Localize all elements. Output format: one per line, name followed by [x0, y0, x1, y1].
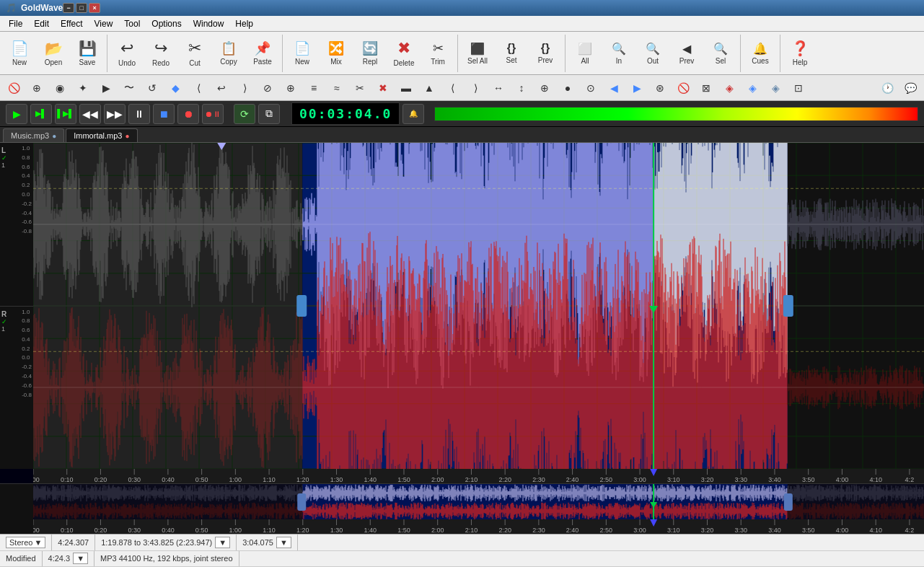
tb2-btn28[interactable]: ▶: [626, 78, 648, 98]
maximize-button[interactable]: □: [76, 3, 87, 13]
redo-button[interactable]: ↪ Redo: [144, 35, 177, 72]
menu-effect[interactable]: Effect: [55, 17, 88, 30]
tb2-btn12[interactable]: ⊘: [257, 78, 278, 98]
save-button[interactable]: 💾 Save: [71, 35, 104, 72]
tb2-btn9[interactable]: ⟨: [188, 78, 209, 98]
minimize-button[interactable]: −: [63, 3, 74, 13]
tb2-btn23[interactable]: ↕: [511, 78, 532, 98]
new-button[interactable]: 📄 New: [3, 35, 36, 72]
tb2-btn10[interactable]: ↩: [211, 78, 232, 98]
tb2-btn31[interactable]: ⊠: [695, 78, 717, 98]
tb2-btn35[interactable]: ⊡: [788, 78, 809, 98]
set-button[interactable]: {} Set: [495, 35, 528, 72]
y-axis-L: 1.00.80.60.40.20.0-0.2-0.4-0.6-0.8: [22, 144, 32, 237]
record-button[interactable]: ⏺: [177, 104, 199, 124]
tb2-btn21[interactable]: ⟩: [465, 78, 486, 98]
tb2-btn17[interactable]: ✖: [372, 78, 394, 98]
copy-button[interactable]: 📋 Copy: [212, 35, 245, 72]
menu-file[interactable]: File: [3, 17, 28, 30]
tb2-btn19[interactable]: ▲: [418, 78, 440, 98]
forward-button[interactable]: ▶▶: [104, 104, 126, 124]
status-duration-cell: 4:24.307: [52, 535, 95, 550]
playhead-dropdown[interactable]: ▼: [276, 537, 291, 548]
tb2-btn5[interactable]: ▶: [95, 78, 117, 98]
sel2-button[interactable]: 🔍 Sel: [704, 35, 737, 72]
tb2-btn14[interactable]: ≡: [303, 78, 325, 98]
selall-button[interactable]: ⬛ Sel All: [461, 35, 494, 72]
help-button[interactable]: ❓ Help: [783, 35, 817, 72]
repl-button[interactable]: 🔄 Repl: [353, 35, 387, 72]
tb2-btn25[interactable]: ●: [557, 78, 578, 98]
tb2-btn8[interactable]: ◆: [164, 78, 186, 98]
close-button[interactable]: ×: [89, 3, 100, 13]
tb2-stop-btn[interactable]: 🚫: [3, 78, 25, 98]
tab-immortal-close[interactable]: ●: [125, 132, 129, 140]
tb2-btn32[interactable]: ◈: [718, 78, 740, 98]
cues-button[interactable]: 🔔 Cues: [744, 35, 777, 72]
delete-button[interactable]: ✖ Delete: [387, 35, 421, 72]
tb2-btn16[interactable]: ✂: [349, 78, 371, 98]
tab-immortal[interactable]: Immortal.mp3 ●: [66, 128, 137, 142]
tb2-btn26[interactable]: ⊙: [580, 78, 602, 98]
zoomout-button[interactable]: 🔍 Out: [636, 35, 669, 72]
open-button[interactable]: 📂 Open: [37, 35, 70, 72]
all-button[interactable]: ⬜ All: [568, 35, 602, 72]
new2-button[interactable]: 📄 New: [286, 35, 319, 72]
undo-button[interactable]: ↩ Undo: [110, 35, 144, 72]
menu-help[interactable]: Help: [229, 17, 259, 30]
tb2-msg-btn[interactable]: 💬: [899, 78, 921, 98]
play-match-button[interactable]: ▌▶▌: [55, 104, 76, 124]
window-button[interactable]: ⧉: [258, 104, 280, 124]
tb2-clock-btn[interactable]: 🕐: [876, 78, 898, 98]
tb2-btn27[interactable]: ◀: [603, 78, 625, 98]
vu-meter: [434, 107, 918, 121]
tab-music[interactable]: Music.mp3 ●: [3, 128, 64, 142]
menu-tool[interactable]: Tool: [118, 17, 146, 30]
tb2-btn11[interactable]: ⟩: [234, 78, 255, 98]
stop-button[interactable]: ⏹: [153, 104, 175, 124]
overview-strip[interactable]: [0, 483, 924, 534]
mix-icon: 🔀: [328, 40, 344, 56]
tb2-btn7[interactable]: ↺: [141, 78, 163, 98]
help-icon: ❓: [791, 40, 809, 57]
cut-button[interactable]: ✂ Cut: [178, 35, 211, 72]
tb2-btn3[interactable]: ◉: [49, 78, 71, 98]
tb2-btn33[interactable]: ◈: [742, 78, 763, 98]
tb2-btn6[interactable]: 〜: [118, 78, 140, 98]
paste-button[interactable]: 📌 Paste: [246, 35, 279, 72]
trim-button[interactable]: ✂ Trim: [421, 35, 454, 72]
menu-edit[interactable]: Edit: [28, 17, 55, 30]
tb2-btn18[interactable]: ▬: [395, 78, 417, 98]
rewind-button[interactable]: ◀◀: [79, 104, 101, 124]
tb2-btn20[interactable]: ⟨: [441, 78, 463, 98]
zoom-dropdown[interactable]: ▼: [73, 553, 88, 564]
menu-window[interactable]: Window: [188, 17, 230, 30]
record-pause-button[interactable]: ⏺⏸: [202, 104, 224, 124]
tb2-btn2[interactable]: ⊕: [26, 78, 48, 98]
stereo-dropdown[interactable]: Stereo ▼: [6, 537, 45, 548]
tb2-btn15[interactable]: ≈: [326, 78, 348, 98]
waveform-canvas[interactable]: [33, 143, 924, 469]
zoomin-button[interactable]: 🔍 In: [602, 35, 635, 72]
time-format-button[interactable]: 🔔: [402, 104, 424, 124]
play-selection-button[interactable]: ▶▌: [30, 104, 52, 124]
tb2-btn22[interactable]: ↔: [488, 78, 509, 98]
loop-button[interactable]: ⟳: [234, 104, 255, 124]
play-button[interactable]: ▶: [6, 104, 27, 124]
tb2-btn24[interactable]: ⊕: [534, 78, 555, 98]
mix-button[interactable]: 🔀 Mix: [320, 35, 353, 72]
tb2-btn29[interactable]: ⊛: [649, 78, 671, 98]
tb2-btn34[interactable]: ◈: [765, 78, 786, 98]
menu-options[interactable]: Options: [146, 17, 187, 30]
pause-button[interactable]: ⏸: [128, 104, 150, 124]
overview-timeline: [33, 519, 924, 534]
tb2-btn13[interactable]: ⊕: [280, 78, 302, 98]
tb2-btn30[interactable]: 🚫: [672, 78, 694, 98]
tb2-btn4[interactable]: ✦: [72, 78, 94, 98]
prev3-button[interactable]: ◀ Prev: [670, 35, 703, 72]
waveform-display[interactable]: L ✓ 1 1.00.80.60.40.20.0-0.2-0.4-0.6-0.8…: [0, 143, 924, 483]
menu-view[interactable]: View: [89, 17, 119, 30]
prev-button[interactable]: {} Prev: [529, 35, 562, 72]
tab-music-close[interactable]: ●: [52, 132, 56, 140]
selection-dropdown[interactable]: ▼: [215, 537, 230, 548]
